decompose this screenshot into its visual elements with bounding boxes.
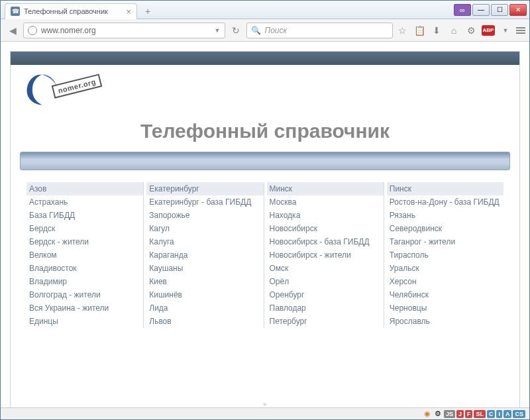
city-link[interactable]: Новосибирск - база ГИБДД xyxy=(267,235,384,248)
city-link[interactable]: Павлодар xyxy=(267,301,384,315)
city-link[interactable]: Волгоград - жители xyxy=(26,288,143,301)
gear-icon[interactable]: ⚙ xyxy=(464,24,478,37)
city-link[interactable]: Лида xyxy=(146,301,263,315)
city-link[interactable]: Киев xyxy=(146,275,263,288)
page-header-bar xyxy=(11,52,519,65)
city-link[interactable]: Ярославль xyxy=(387,315,504,328)
status-gear-icon[interactable]: ⚙ xyxy=(433,409,443,419)
city-link[interactable]: Караганда xyxy=(146,248,263,262)
city-link[interactable]: Единцы xyxy=(26,315,143,328)
status-badge-j[interactable]: J xyxy=(456,410,464,418)
status-badge-f[interactable]: F xyxy=(465,410,473,418)
status-badge-a[interactable]: A xyxy=(504,410,512,418)
menu-icon[interactable] xyxy=(516,27,525,34)
close-button[interactable]: ✕ xyxy=(509,4,527,16)
maximize-button[interactable]: ☐ xyxy=(491,4,508,16)
back-button[interactable]: ◀ xyxy=(5,23,21,38)
city-link[interactable]: Рязань xyxy=(387,209,504,222)
city-link[interactable]: Москва xyxy=(267,195,384,209)
tab-close-icon[interactable]: × xyxy=(126,7,131,17)
extension-button[interactable]: ∞ xyxy=(454,4,471,16)
status-badge-c[interactable]: C xyxy=(487,410,496,418)
scroll-handle-icon[interactable]: ≡ xyxy=(252,402,278,406)
page-content: nomer.org Телефонный справочник АзовАстр… xyxy=(10,51,520,407)
city-link[interactable]: Тирасполь xyxy=(387,248,504,262)
city-link[interactable]: Велком xyxy=(26,248,143,262)
city-link[interactable]: База ГИБДД xyxy=(26,209,143,222)
globe-icon xyxy=(28,26,37,35)
new-tab-button[interactable]: + xyxy=(140,4,156,19)
city-link[interactable]: Орёл xyxy=(267,275,384,288)
city-link[interactable]: Петербург xyxy=(267,315,384,328)
city-column-3: МинскМоскваНаходкаНовосибирскНовосибирск… xyxy=(264,182,384,328)
city-link[interactable]: Пинск xyxy=(387,182,504,195)
city-link[interactable]: Львов xyxy=(146,315,263,328)
city-link[interactable]: Минск xyxy=(267,182,384,195)
city-link[interactable]: Челябинск xyxy=(387,288,504,301)
city-link[interactable]: Северодвинск xyxy=(387,222,504,235)
abp-badge[interactable]: ABP xyxy=(482,25,495,36)
minimize-button[interactable]: — xyxy=(472,4,490,16)
city-link[interactable]: Херсон xyxy=(387,275,504,288)
toolbar-dropdown-icon[interactable]: ▼ xyxy=(499,24,512,37)
download-icon[interactable]: ⬇ xyxy=(430,24,443,37)
city-link[interactable]: Ростов-на-Дону - база ГИБДД xyxy=(387,195,504,209)
city-link[interactable]: Уральск xyxy=(387,262,504,275)
city-link[interactable]: Бердск xyxy=(26,222,143,235)
city-column-1: АзовАстраханьБаза ГИБДДБердскБердск - жи… xyxy=(26,182,143,328)
city-link[interactable]: Вся Украина - жители xyxy=(26,301,143,315)
title-gradient-bar xyxy=(20,152,510,170)
page-viewport: nomer.org Телефонный справочник АзовАстр… xyxy=(1,42,529,407)
city-link[interactable]: Оренбург xyxy=(267,288,384,301)
status-badge-i[interactable]: I xyxy=(496,410,502,418)
page-title: Телефонный справочник xyxy=(11,120,519,142)
reload-button[interactable]: ↻ xyxy=(228,23,244,38)
star-icon[interactable]: ☆ xyxy=(396,24,409,37)
city-link[interactable]: Бердск - жители xyxy=(26,235,143,248)
city-link[interactable]: Находка xyxy=(267,209,384,222)
status-firefox-icon[interactable]: ◉ xyxy=(423,409,432,419)
statusbar: ◉ ⚙ JSJFSLCIACS xyxy=(1,407,529,419)
city-link[interactable]: Запорожье xyxy=(146,209,263,222)
search-bar[interactable]: 🔍 Поиск xyxy=(246,23,394,38)
city-link[interactable]: Кагул xyxy=(146,222,263,235)
city-link[interactable]: Калуга xyxy=(146,235,263,248)
city-link[interactable]: Екатеринбург - база ГИБДД xyxy=(146,195,263,209)
city-link[interactable]: Азов xyxy=(26,182,143,195)
city-link[interactable]: Омск xyxy=(267,262,384,275)
clipboard-icon[interactable]: 📋 xyxy=(413,24,426,37)
search-placeholder: Поиск xyxy=(265,26,288,35)
city-link[interactable]: Новосибирск xyxy=(267,222,384,235)
city-link[interactable]: Екатеринбург xyxy=(146,182,263,195)
search-icon: 🔍 xyxy=(251,26,261,35)
url-text: www.nomer.org xyxy=(41,26,96,35)
city-link[interactable]: Новосибирск - жители xyxy=(267,248,384,262)
tab-title: Телефонный справочник xyxy=(24,7,108,15)
titlebar: ☎ Телефонный справочник × + ∞ — ☐ ✕ xyxy=(1,1,529,19)
city-link[interactable]: Астрахань xyxy=(26,195,143,209)
home-icon[interactable]: ⌂ xyxy=(447,24,460,37)
browser-tab[interactable]: ☎ Телефонный справочник × xyxy=(5,3,137,19)
status-badges: JSJFSLCIACS xyxy=(444,410,525,418)
tab-favicon-icon: ☎ xyxy=(11,7,20,16)
status-badge-sl[interactable]: SL xyxy=(474,410,486,418)
logo-area: nomer.org xyxy=(11,65,519,108)
city-column-2: ЕкатеринбургЕкатеринбург - база ГИБДДЗап… xyxy=(143,182,263,328)
city-column-4: ПинскРостов-на-Дону - база ГИБДДРязаньСе… xyxy=(384,182,504,328)
city-table: АзовАстраханьБаза ГИБДДБердскБердск - жи… xyxy=(26,182,504,328)
browser-toolbar: ◀ www.nomer.org ▼ ↻ 🔍 Поиск ☆ 📋 ⬇ ⌂ ⚙ AB… xyxy=(1,19,529,42)
url-dropdown-icon[interactable]: ▼ xyxy=(215,27,221,34)
status-badge-js[interactable]: JS xyxy=(444,410,455,418)
url-bar[interactable]: www.nomer.org ▼ xyxy=(23,23,225,38)
city-link[interactable]: Кишинёв xyxy=(146,288,263,301)
city-link[interactable]: Владивосток xyxy=(26,262,143,275)
city-link[interactable]: Таганрог - жители xyxy=(387,235,504,248)
city-link[interactable]: Каушаны xyxy=(146,262,263,275)
city-link[interactable]: Владимир xyxy=(26,275,143,288)
city-link[interactable]: Черновцы xyxy=(387,301,504,315)
status-badge-cs[interactable]: CS xyxy=(513,410,525,418)
